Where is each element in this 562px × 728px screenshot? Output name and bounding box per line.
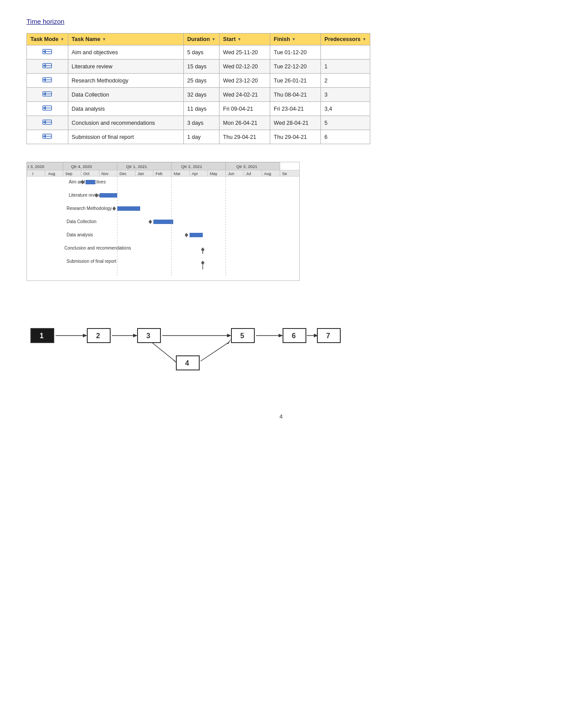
svg-text:Mar: Mar: [174, 172, 181, 176]
predecessors-cell: 2: [321, 74, 370, 88]
start-cell: Wed 25-11-20: [220, 45, 270, 60]
predecessors-cell: 5: [321, 116, 370, 130]
svg-text:Submission of final report: Submission of final report: [67, 259, 116, 264]
table-row: Data Collection32 daysWed 24-02-21Thu 08…: [27, 88, 370, 102]
svg-text:r 3, 2020: r 3, 2020: [28, 164, 45, 169]
svg-text:Qtr 1, 2021: Qtr 1, 2021: [126, 164, 147, 169]
start-cell: Mon 26-04-21: [220, 116, 270, 130]
svg-marker-1: [43, 50, 46, 53]
predecessors-cell: 6: [321, 130, 370, 144]
task-name-cell: Literature review: [68, 60, 183, 74]
finish-cell: Tue 22-12-20: [270, 60, 321, 74]
task-name-cell: Submission of final report: [68, 130, 183, 144]
page-title: Time horizon: [26, 18, 536, 25]
svg-marker-16: [43, 120, 46, 124]
svg-text:5: 5: [240, 332, 244, 340]
col-header-predecessors: Predecessors ▼: [321, 34, 370, 45]
task-mode-cell: [27, 88, 68, 102]
task-mode-cell: [27, 116, 68, 130]
start-cell: Fri 09-04-21: [220, 102, 270, 116]
svg-text:Qtr 2, 2021: Qtr 2, 2021: [181, 164, 202, 169]
duration-cell: 11 days: [183, 102, 219, 116]
svg-text:7: 7: [326, 332, 330, 340]
svg-text:Aug: Aug: [48, 172, 55, 176]
svg-text:I: I: [32, 172, 33, 176]
col-header-start: Start ▼: [220, 34, 270, 45]
start-cell: Wed 24-02-21: [220, 88, 270, 102]
finish-cell: Tue 26-01-21: [270, 74, 321, 88]
finish-sort-icon: ▼: [292, 37, 296, 41]
start-sort-icon: ▼: [238, 37, 242, 41]
duration-cell: 32 days: [183, 88, 219, 102]
task-name-cell: Research Methodology: [68, 74, 183, 88]
gantt-chart-svg: r 3, 2020 Qtr 4, 2020 Qtr 1, 2021 Qtr 2,…: [26, 162, 300, 281]
svg-text:Feb: Feb: [156, 172, 163, 176]
task-mode-icon: [42, 64, 52, 71]
predecessors-cell: [321, 45, 370, 60]
pred-sort-icon: ▼: [362, 37, 366, 41]
table-row: Conclusion and recommendations3 daysMon …: [27, 116, 370, 130]
svg-marker-80: [201, 261, 205, 265]
task-name-cell: Aim and objectives: [68, 45, 183, 60]
predecessors-cell: 3,4: [321, 102, 370, 116]
task-mode-icon: [42, 135, 52, 141]
svg-marker-72: [149, 220, 152, 224]
col-header-task-mode: Task Mode ▼: [27, 34, 68, 45]
finish-cell: Thu 08-04-21: [270, 88, 321, 102]
svg-text:Conclusion and recommendations: Conclusion and recommendations: [64, 246, 131, 250]
duration-sort-icon: ▼: [212, 37, 216, 41]
svg-marker-75: [185, 233, 188, 237]
duration-cell: 3 days: [183, 116, 219, 130]
finish-cell: Wed 28-04-21: [270, 116, 321, 130]
svg-text:6: 6: [292, 332, 296, 340]
svg-rect-71: [153, 220, 173, 224]
start-cell: Wed 23-12-20: [220, 74, 270, 88]
svg-rect-31: [27, 170, 45, 176]
task-mode-sort-icon: ▼: [60, 37, 64, 41]
task-mode-icon: [42, 78, 52, 85]
task-name-cell: Data analysis: [68, 102, 183, 116]
task-name-cell: Conclusion and recommendations: [68, 116, 183, 130]
svg-rect-74: [190, 233, 203, 237]
page-number: 4: [26, 413, 536, 420]
svg-text:Dec: Dec: [119, 172, 127, 176]
task-mode-label: Task Mode: [30, 36, 59, 42]
svg-text:Jul: Jul: [246, 172, 251, 176]
task-mode-icon: [42, 121, 52, 127]
finish-cell: Thu 29-04-21: [270, 130, 321, 144]
task-mode-cell: [27, 74, 68, 88]
predecessors-cell: 1: [321, 60, 370, 74]
col-header-finish: Finish ▼: [270, 34, 321, 45]
svg-text:Data Collection: Data Collection: [67, 219, 97, 224]
gantt-table: Task Mode ▼ Task Name ▼ Duration ▼ Start: [26, 33, 370, 144]
task-name-label: Task Name: [72, 36, 100, 42]
svg-marker-13: [43, 106, 46, 110]
svg-text:2: 2: [96, 332, 100, 340]
duration-cell: 1 day: [183, 130, 219, 144]
svg-rect-65: [100, 193, 117, 198]
task-mode-cell: [27, 45, 68, 60]
task-mode-cell: [27, 102, 68, 116]
svg-text:Qtr 3, 2021: Qtr 3, 2021: [236, 164, 257, 169]
svg-rect-62: [86, 180, 95, 184]
gantt-chart-section: r 3, 2020 Qtr 4, 2020 Qtr 1, 2021 Qtr 2,…: [26, 162, 536, 281]
svg-text:1: 1: [40, 332, 44, 340]
predecessors-cell: 3: [321, 88, 370, 102]
svg-marker-19: [43, 134, 46, 138]
svg-marker-4: [43, 64, 46, 67]
svg-text:Research Methodology: Research Methodology: [67, 206, 112, 211]
table-row: Research Methodology25 daysWed 23-12-20T…: [27, 74, 370, 88]
table-row: Data analysis11 daysFri 09-04-21Fri 23-0…: [27, 102, 370, 116]
svg-text:Se: Se: [282, 172, 287, 176]
start-cell: Wed 02-12-20: [220, 60, 270, 74]
svg-marker-69: [112, 206, 116, 211]
svg-text:Jun: Jun: [228, 172, 234, 176]
table-row: Submission of final report1 dayThu 29-04…: [27, 130, 370, 144]
svg-marker-10: [43, 92, 46, 96]
svg-text:Aug: Aug: [264, 172, 271, 176]
table-row: Literature review15 daysWed 02-12-20Tue …: [27, 60, 370, 74]
svg-text:Data analysis: Data analysis: [67, 232, 93, 237]
svg-marker-96: [279, 334, 283, 337]
task-mode-icon: [42, 107, 52, 113]
start-cell: Thu 29-04-21: [220, 130, 270, 144]
